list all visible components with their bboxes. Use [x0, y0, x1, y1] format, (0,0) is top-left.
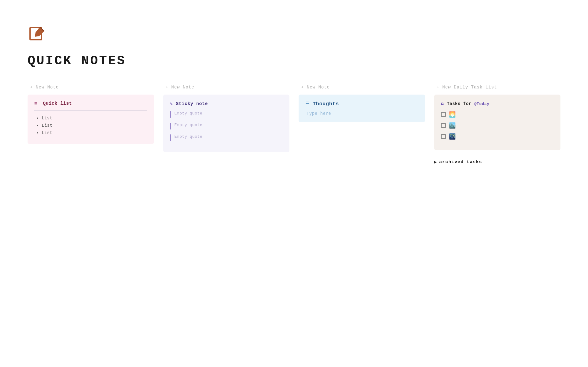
today-tag: @Today [474, 102, 489, 106]
task-emoji-1: 🌅 [449, 111, 456, 118]
tasks-card-header: ☯ Tasks for @Today [441, 101, 554, 107]
column-tasks: + New Daily Task List ☯ Tasks for @Today… [434, 84, 561, 165]
logo-area [28, 24, 560, 44]
quote-text-2: Empty quote [175, 123, 202, 127]
column-sticky: + New Note ✎ Sticky note Empty quote Emp… [163, 84, 290, 152]
quote-item-3[interactable]: Empty quote [170, 134, 283, 141]
task-item-3[interactable]: 🌃 [441, 133, 554, 140]
sticky-icon: ✎ [170, 101, 173, 107]
list-item[interactable]: List [42, 123, 147, 128]
task-item-1[interactable]: 🌅 [441, 111, 554, 118]
archived-tasks-label: archived tasks [439, 159, 482, 165]
task-emoji-3: 🌃 [449, 133, 456, 140]
quote-bar [170, 111, 171, 118]
thoughts-card-title: Thoughts [313, 101, 339, 107]
task-checkbox-2[interactable] [441, 123, 446, 128]
sticky-card: ✎ Sticky note Empty quote Empty quote Em… [163, 95, 290, 152]
quote-item-1[interactable]: Empty quote [170, 111, 283, 118]
quote-text-3: Empty quote [175, 134, 202, 139]
sticky-card-title: Sticky note [176, 101, 208, 107]
thoughts-placeholder[interactable]: Type here [305, 111, 418, 116]
quicklist-divider [34, 110, 147, 111]
task-emoji-2: 🏙️ [449, 122, 456, 129]
quicklist-card-title: Quick list [43, 101, 72, 106]
list-item[interactable]: List [42, 116, 147, 121]
new-note-btn-col2[interactable]: + New Note [163, 84, 290, 91]
page-title: QUICK NOTES [28, 54, 560, 68]
quote-item-2[interactable]: Empty quote [170, 123, 283, 129]
quicklist-items: List List List [34, 116, 147, 135]
archived-arrow-icon: ► [434, 160, 437, 165]
column-quicklist: + New Note ≣ Quick list List List List [28, 84, 154, 144]
edit-icon [28, 24, 46, 43]
new-note-btn-col1[interactable]: + New Note [28, 84, 154, 91]
list-item[interactable]: List [42, 130, 147, 135]
list-icon: ≣ [34, 101, 40, 106]
new-daily-task-btn[interactable]: + New Daily Task List [434, 84, 561, 91]
quicklist-card-header: ≣ Quick list [34, 101, 147, 106]
sticky-card-header: ✎ Sticky note [170, 101, 283, 107]
thoughts-card: ☰ Thoughts Type here [299, 95, 425, 122]
task-item-2[interactable]: 🏙️ [441, 122, 554, 129]
columns-container: + New Note ≣ Quick list List List List +… [28, 84, 560, 165]
thoughts-card-header: ☰ Thoughts [305, 101, 418, 107]
task-checkbox-3[interactable] [441, 134, 446, 139]
page-container: QUICK NOTES + New Note ≣ Quick list List… [0, 0, 588, 189]
tasks-checklist-icon: ☯ [441, 101, 444, 107]
archived-tasks-section[interactable]: ► archived tasks [434, 159, 561, 165]
tasks-card: ☯ Tasks for @Today 🌅 🏙️ 🌃 [434, 95, 561, 150]
thoughts-icon: ☰ [305, 101, 310, 107]
quicklist-card: ≣ Quick list List List List [28, 95, 154, 144]
quote-text-1: Empty quote [175, 111, 202, 116]
column-thoughts: + New Note ☰ Thoughts Type here [299, 84, 425, 122]
tasks-card-title: Tasks for @Today [447, 101, 489, 106]
quote-bar [170, 134, 171, 141]
new-note-btn-col3[interactable]: + New Note [299, 84, 425, 91]
task-checkbox-1[interactable] [441, 112, 446, 117]
quote-bar [170, 123, 171, 129]
